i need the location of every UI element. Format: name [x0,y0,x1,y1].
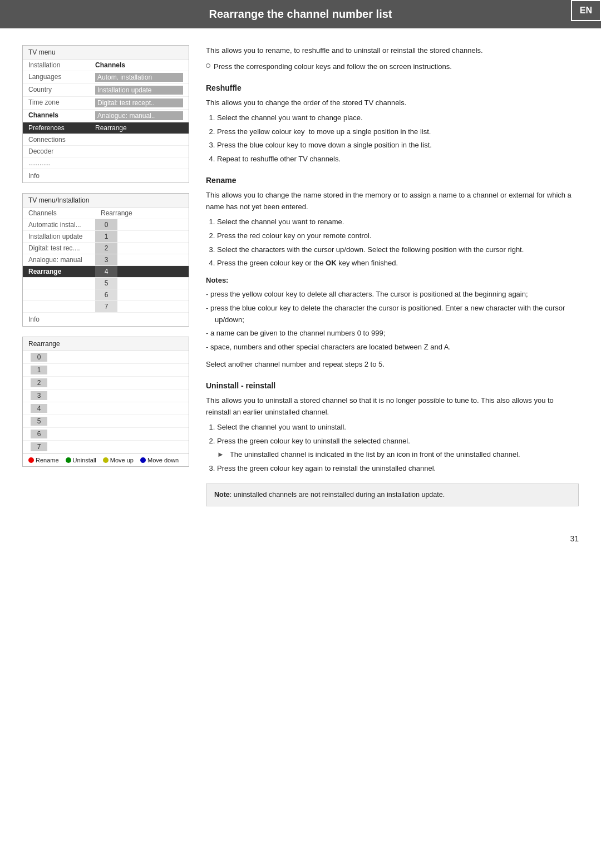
inst-rearrange-label: Rearrange [95,208,138,219]
menu-left-channels: Channels [28,111,95,120]
rename-step-3: Select the characters with the cursor up… [217,244,579,256]
rearrange-row-0: 0 [23,351,189,364]
inst-row-0: Automatic instal... 0 [23,219,189,231]
menu-row-channels: Channels Analogue: manual.. [23,110,189,122]
dot-red [28,457,34,463]
menu-row-installation: Installation Channels [23,60,189,71]
installation-menu-title-text: TV menu/Installation [28,196,89,204]
uninstall-subbullet-text: The uninstalled channel is indicated in … [230,449,520,461]
uninstall-steps: Select the channel you want to uninstall… [217,422,579,475]
legend-rename-label: Rename [36,457,59,463]
rearrange-simple-box: Rearrange 0 1 2 3 4 5 6 7 [22,337,189,467]
tv-menu-title: TV menu [23,46,189,60]
rename-steps: Select the channel you want to rename. P… [217,216,579,269]
left-column: TV menu Installation Channels Languages … [22,45,189,506]
inst-val-1: 1 [95,231,117,242]
uninstall-note-callout: Note: uninstalled channels are not reins… [206,484,579,506]
notes-title: Notes: [206,275,579,287]
rearrange-num-3: 3 [31,391,47,400]
legend-movedown: Move down [140,457,179,463]
rearrange-row-3: 3 [23,389,189,402]
notes-box: Notes: - press the yellow colour key to … [206,275,579,353]
note-3: - a name can be given to the channel num… [206,328,579,339]
rearrange-num-6: 6 [31,430,47,438]
menu-left-preferences: Preferences [28,124,95,132]
bullet-text-1: Press the corresponding colour keys and … [214,61,452,73]
menu-right-dots [95,159,183,167]
inst-val-3: 3 [95,254,117,265]
menu-right-rearrange: Rearrange [95,124,183,132]
uninstall-heading: Uninstall - reinstall [206,379,579,392]
legend-movedown-label: Move down [147,457,179,463]
rename-heading: Rename [206,174,579,186]
page-title: Rearrange the channel number list [209,8,392,20]
menu-row-preferences: Preferences Rearrange [23,122,189,134]
installation-menu-info: Info [23,313,189,326]
reshuffle-intro: This allows you to change the order of t… [206,97,579,109]
bullet-circle-1 [206,63,210,68]
legend-moveup: Move up [103,457,134,463]
rearrange-num-5: 5 [31,417,47,426]
menu-row-dots: ............ [23,157,189,169]
inst-label-analogue: Analogue: manual [23,254,95,265]
inst-label-empty7 [23,301,95,312]
inst-val-5: 5 [95,278,117,289]
step5-text: Select another channel number and repeat… [206,359,579,371]
inst-val-7: 7 [95,301,117,312]
note-1: - press the yellow colour key to delete … [206,289,579,300]
inst-label-empty6 [23,289,95,300]
legend-uninstall: Uninstall [66,457,96,463]
inst-row-1: Installation update 1 [23,231,189,243]
rename-step-4: Press the green colour key or the OK key… [217,258,579,269]
inst-val-2: 2 [95,243,117,254]
inst-row-2: Digital: test rec.... 2 [23,243,189,254]
inst-label-empty5 [23,278,95,289]
menu-right-channels: Channels [95,61,183,69]
rename-step-2: Press the red colour key on your remote … [217,230,579,242]
legend-rename: Rename [28,457,59,463]
uninstall-step-2: Press the green colour key to uninstall … [217,436,579,461]
legend-bar: Rename Uninstall Move up Move down [23,453,189,466]
reshuffle-steps: Select the channel you want to change pl… [217,112,579,165]
menu-left-country: Country [28,86,95,95]
menu-left-timezone: Time zone [28,98,95,107]
inst-row-4: Rearrange 4 [23,266,189,278]
note-4: - space, numbers and other special chara… [206,342,579,353]
menu-row-languages: Languages Autom. installation [23,71,189,84]
rearrange-simple-title: Rearrange [23,337,189,351]
inst-label-rearrange: Rearrange [23,266,95,277]
rearrange-num-7: 7 [31,442,47,451]
inst-val-4: 4 [95,266,117,277]
uninstall-subbullet: ► The uninstalled channel is indicated i… [217,449,579,461]
menu-row-country: Country Installation update [23,84,189,97]
page-number: 31 [0,529,601,549]
right-column: This allows you to rename, to reshuffle … [206,45,579,506]
menu-right-digital: Digital: test recept.. [95,98,183,107]
installation-menu-box: TV menu/Installation Channels Rearrange … [22,193,189,327]
inst-val-0: 0 [95,219,117,230]
menu-right-autom: Autom. installation [95,73,183,82]
rearrange-row-1: 1 [23,364,189,377]
uninstall-step-1: Select the channel you want to uninstall… [217,422,579,433]
menu-row-timezone: Time zone Digital: test recept.. [23,97,189,110]
menu-left-dots: ............ [28,159,95,167]
inst-label-digital: Digital: test rec.... [23,243,95,254]
installation-menu-title: TV menu/Installation [23,194,189,208]
rearrange-row-6: 6 [23,428,189,441]
reshuffle-heading: Reshuffle [206,82,579,94]
menu-right-inst-update: Installation update [95,86,183,95]
menu-right-connections [95,136,183,144]
rearrange-num-1: 1 [31,366,47,374]
tv-menu-info: Info [23,169,189,183]
bullet-intro: Press the corresponding colour keys and … [206,61,579,73]
legend-moveup-label: Move up [110,457,134,463]
language-badge: EN [571,0,601,21]
inst-header-row: Channels Rearrange [23,208,189,219]
reshuffle-step-2: Press the yellow colour key to move up a… [217,126,579,138]
notes-list: - press the yellow colour key to delete … [206,289,579,353]
dot-blue [140,457,146,463]
menu-left-installation: Installation [28,61,95,69]
reshuffle-step-3: Press the blue colour key to move down a… [217,140,579,151]
note-bold: Note: uninstalled channels are not reins… [214,491,445,499]
rename-intro: This allows you to change the name store… [206,190,579,213]
